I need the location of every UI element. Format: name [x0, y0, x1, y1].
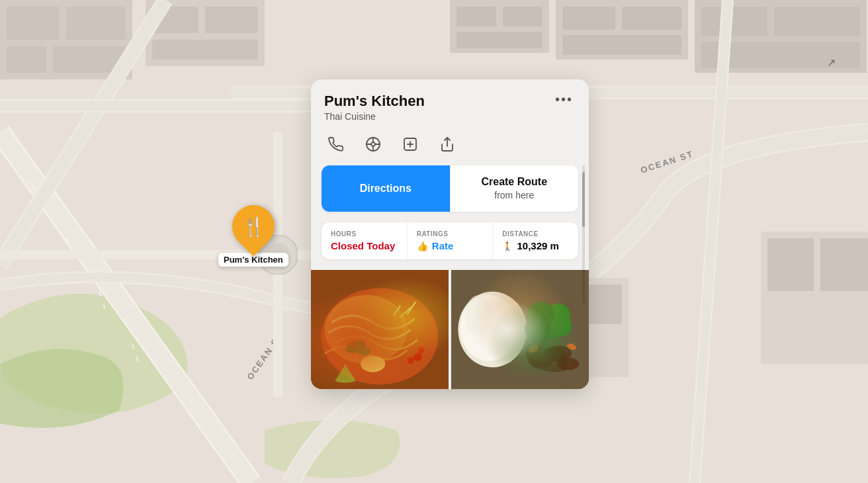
ratings-label: RATINGS: [417, 230, 484, 238]
info-card: Pum's Kitchen Thai Cuisine •••: [311, 79, 589, 389]
place-name: Pum's Kitchen: [324, 93, 425, 110]
distance-value: 🚶 10,329 m: [502, 240, 569, 251]
svg-line-46: [394, 306, 400, 316]
svg-point-52: [408, 357, 414, 364]
svg-point-58: [465, 295, 493, 336]
food-photo-1[interactable]: [311, 270, 449, 389]
svg-point-50: [353, 343, 372, 357]
svg-point-64: [551, 316, 572, 336]
svg-line-48: [408, 302, 415, 314]
svg-point-70: [527, 343, 541, 354]
walk-icon: 🚶: [502, 242, 513, 251]
more-options-button[interactable]: •••: [552, 93, 576, 106]
svg-rect-2: [7, 7, 60, 40]
svg-rect-43: [311, 270, 449, 389]
food-photo-2[interactable]: [451, 270, 589, 389]
svg-rect-15: [562, 7, 615, 30]
photos-row: [311, 270, 589, 389]
card-title-area: Pum's Kitchen Thai Cuisine: [324, 93, 425, 122]
create-route-title: Create Route: [458, 175, 571, 189]
svg-rect-19: [701, 7, 767, 36]
svg-rect-20: [774, 7, 860, 36]
add-button[interactable]: [398, 132, 422, 156]
svg-point-69: [557, 358, 579, 371]
svg-rect-12: [503, 7, 542, 26]
svg-rect-8: [205, 7, 258, 33]
svg-text:↗: ↗: [827, 57, 836, 68]
svg-point-68: [528, 353, 552, 367]
svg-rect-3: [66, 7, 126, 40]
place-category: Thai Cuisine: [324, 111, 425, 122]
map-pin[interactable]: 🍴 Pum's Kitchen: [218, 205, 288, 267]
svg-line-47: [400, 308, 411, 318]
svg-rect-17: [562, 35, 681, 55]
svg-point-57: [460, 295, 518, 361]
ratings-value[interactable]: 👍 Rate: [417, 240, 484, 251]
svg-point-59: [531, 306, 565, 340]
svg-point-45: [325, 295, 408, 364]
hours-label: HOURS: [331, 230, 398, 238]
svg-point-63: [525, 317, 549, 341]
share-button[interactable]: [435, 132, 459, 156]
svg-rect-31: [820, 238, 868, 291]
svg-rect-11: [456, 7, 496, 26]
scroll-thumb: [582, 172, 585, 227]
directions-button[interactable]: Directions: [322, 165, 450, 212]
distance-section: DISTANCE 🚶 10,329 m: [493, 222, 578, 259]
svg-rect-30: [767, 238, 814, 291]
card-header: Pum's Kitchen Thai Cuisine •••: [311, 79, 589, 127]
hours-section: HOURS Closed Today: [322, 222, 408, 259]
svg-point-54: [361, 356, 385, 373]
ratings-section[interactable]: RATINGS 👍 Rate: [408, 222, 494, 259]
scroll-indicator: [582, 165, 585, 303]
svg-point-60: [545, 303, 570, 328]
svg-rect-13: [456, 32, 542, 48]
create-route-button[interactable]: Create Route from here: [451, 165, 579, 212]
navigation-buttons: Directions Create Route from here: [322, 165, 578, 212]
svg-rect-4: [7, 46, 46, 73]
svg-point-44: [322, 288, 439, 385]
restaurant-pin-icon: 🍴: [241, 216, 265, 238]
svg-rect-65: [544, 340, 548, 357]
svg-rect-55: [451, 270, 589, 389]
distance-label: DISTANCE: [502, 230, 569, 238]
phone-button[interactable]: [324, 132, 348, 156]
svg-point-49: [344, 338, 367, 355]
info-sections: HOURS Closed Today RATINGS 👍 Rate DISTAN…: [322, 222, 578, 259]
action-icons-row: [311, 127, 589, 165]
svg-point-51: [413, 353, 421, 361]
svg-point-53: [417, 347, 424, 353]
svg-point-67: [544, 345, 572, 362]
thumbs-up-icon: 👍: [417, 241, 428, 251]
svg-rect-16: [622, 7, 681, 30]
svg-point-61: [527, 302, 554, 329]
svg-point-71: [566, 343, 578, 351]
svg-rect-66: [554, 336, 558, 350]
pin-bubble: 🍴: [224, 197, 284, 257]
svg-point-62: [542, 317, 564, 339]
svg-point-56: [458, 292, 527, 367]
create-route-subtitle: from here: [458, 189, 571, 202]
svg-rect-9: [152, 40, 258, 60]
bookmark-button[interactable]: [361, 132, 385, 156]
hours-value: Closed Today: [331, 240, 398, 251]
